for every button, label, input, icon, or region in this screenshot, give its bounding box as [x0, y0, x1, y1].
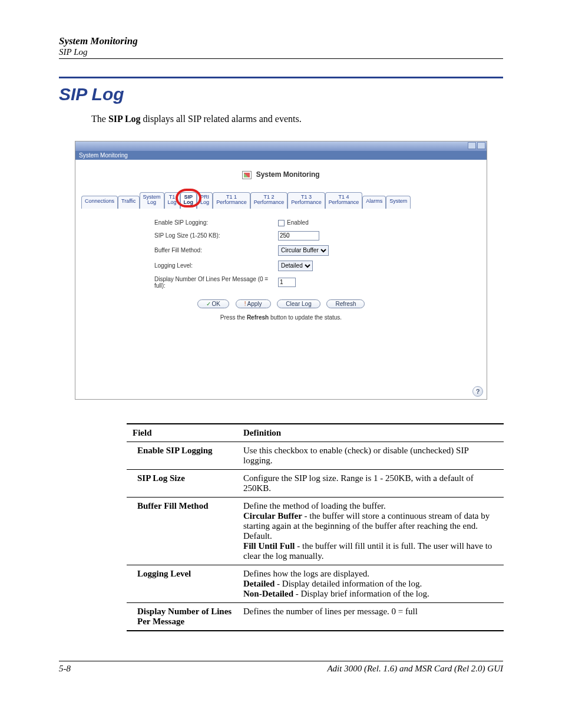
tab-system-log[interactable]: SystemLog	[140, 192, 164, 209]
form-area: Enable SIP Logging: Enabled SIP Log Size…	[154, 217, 408, 321]
tab-connections[interactable]: Connections	[81, 196, 118, 209]
enable-sip-logging-text: Enabled	[287, 219, 309, 226]
check-icon: ✓	[206, 301, 211, 307]
section-rule	[59, 77, 503, 78]
hint-text: Press the Refresh button to update the s…	[154, 314, 408, 321]
table-row: SIP Log SizeConfigure the SIP log size. …	[127, 470, 504, 498]
tab-t1-3-performance[interactable]: T1 3Performance	[287, 192, 325, 209]
section-title: SIP Log	[59, 84, 503, 104]
table-row: Display Number of Lines Per MessageDefin…	[127, 603, 504, 631]
header-section: SIP Log	[59, 47, 503, 57]
tab-bar: ConnectionsTrafficSystemLogT1LogSIPLogPR…	[81, 192, 481, 209]
tab-t1-1-performance[interactable]: T1 1Performance	[213, 192, 250, 209]
logging-level-label: Logging Level:	[154, 262, 278, 269]
tab-t1-log[interactable]: T1Log	[164, 192, 180, 209]
table-head-definition: Definition	[239, 424, 504, 442]
intro-prefix: The	[91, 114, 108, 124]
definition-table: Field Definition Enable SIP LoggingUse t…	[127, 423, 504, 631]
lines-per-message-input[interactable]	[278, 278, 296, 287]
tab-traffic[interactable]: Traffic	[118, 196, 140, 209]
field-name: SIP Log Size	[127, 470, 239, 498]
titlebar-icon[interactable]	[468, 142, 476, 149]
field-name: Buffer Fill Method	[127, 498, 239, 565]
enable-sip-logging-checkbox[interactable]	[278, 220, 285, 226]
refresh-button[interactable]: Refresh	[326, 299, 365, 308]
buffer-fill-method-label: Buffer Fill Method:	[154, 247, 278, 253]
page-title: System Monitoring	[81, 170, 481, 179]
screenshot-figure: System Monitoring System Monitoring Conn…	[75, 141, 487, 400]
window-titlebar	[75, 141, 487, 151]
table-row: Enable SIP LoggingUse this checkbox to e…	[127, 442, 504, 470]
logging-level-select[interactable]: Detailed	[278, 261, 313, 271]
running-header: System Monitoring SIP Log	[59, 35, 503, 59]
field-definition: Defines how the logs are displayed.Detai…	[239, 565, 504, 603]
header-chapter: System Monitoring	[59, 35, 503, 47]
sip-log-size-input[interactable]	[278, 231, 319, 241]
clear-log-button[interactable]: Clear Log	[277, 299, 320, 308]
header-rule	[59, 58, 503, 59]
titlebar-icon[interactable]	[477, 142, 485, 149]
tab-t1-2-performance[interactable]: T1 2Performance	[250, 192, 288, 209]
page-number: 5-8	[59, 664, 71, 674]
intro-paragraph: The SIP Log displays all SIP related ala…	[91, 114, 503, 124]
table-head-field: Field	[127, 424, 239, 442]
table-row: Logging LevelDefines how the logs are di…	[127, 565, 504, 603]
lines-per-message-label: Display Number Of Lines Per Message (0 =…	[154, 276, 278, 289]
ok-button[interactable]: ✓OK	[197, 299, 229, 308]
tab-alarms[interactable]: Alarms	[362, 196, 386, 209]
field-definition: Define the method of loading the buffer.…	[239, 498, 504, 565]
table-row: Buffer Fill MethodDefine the method of l…	[127, 498, 504, 565]
buffer-fill-method-select[interactable]: Circular Buffer	[278, 245, 329, 256]
apply-icon: !	[244, 301, 246, 307]
field-name: Logging Level	[127, 565, 239, 603]
monitoring-icon	[242, 171, 252, 179]
field-name: Display Number of Lines Per Message	[127, 603, 239, 631]
page-footer: 5-8 Adit 3000 (Rel. 1.6) and MSR Card (R…	[59, 661, 503, 674]
button-row: ✓OK !Apply Clear Log Refresh	[154, 299, 408, 308]
tab-system[interactable]: System	[386, 196, 411, 209]
doc-title-footer: Adit 3000 (Rel. 1.6) and MSR Card (Rel 2…	[327, 664, 503, 674]
intro-suffix: displays all SIP related alarms and even…	[141, 114, 302, 124]
field-definition: Configure the SIP log size. Range is 1 -…	[239, 470, 504, 498]
tab-sip-log[interactable]: SIPLog	[180, 192, 197, 209]
tab-pri-log[interactable]: PRILog	[197, 192, 213, 209]
tab-t1-4-performance[interactable]: T1 4Performance	[325, 192, 363, 209]
apply-button[interactable]: !Apply	[236, 299, 271, 308]
enable-sip-logging-label: Enable SIP Logging:	[154, 219, 278, 226]
help-icon[interactable]: ?	[472, 386, 483, 397]
breadcrumb-link[interactable]: System Monitoring	[79, 152, 128, 159]
field-name: Enable SIP Logging	[127, 442, 239, 470]
field-definition: Use this checkbox to enable (check) or d…	[239, 442, 504, 470]
intro-bold: SIP Log	[108, 114, 141, 124]
sip-log-size-label: SIP Log Size (1-250 KB):	[154, 232, 278, 239]
page-title-text: System Monitoring	[256, 170, 320, 179]
field-definition: Defines the number of lines per message.…	[239, 603, 504, 631]
breadcrumb-bar: System Monitoring	[75, 151, 487, 160]
